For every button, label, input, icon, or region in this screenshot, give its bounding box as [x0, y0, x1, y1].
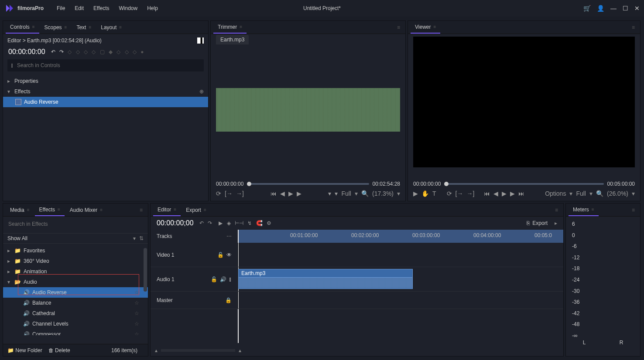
zoom-in-icon[interactable]: ▴: [239, 347, 241, 353]
play-icon[interactable]: ▶: [288, 190, 293, 197]
favorite-star-icon[interactable]: ☆: [134, 321, 139, 327]
viewer-scrubber[interactable]: [444, 183, 603, 185]
lock-icon[interactable]: 🔒: [225, 297, 232, 303]
eye-icon[interactable]: 👁: [226, 252, 232, 258]
zoom-out-icon[interactable]: ▴: [155, 347, 158, 353]
zoom-icon[interactable]: 🔍: [361, 190, 369, 197]
settings-icon[interactable]: ⚙: [267, 220, 271, 226]
out-icon[interactable]: →]: [466, 190, 474, 197]
menu-edit[interactable]: Edit: [75, 5, 84, 11]
tab-text[interactable]: Text≡: [72, 22, 96, 33]
select-tool-icon[interactable]: ▶: [413, 190, 418, 197]
controls-search[interactable]: ⫿: [7, 59, 204, 71]
tab-meters[interactable]: Meters≡: [569, 204, 599, 216]
menu-file[interactable]: File: [57, 5, 65, 11]
viewer-zoom-full[interactable]: Full: [576, 190, 586, 197]
user-icon[interactable]: 👤: [597, 5, 604, 12]
tab-scopes[interactable]: Scopes≡: [40, 22, 72, 33]
menu-window[interactable]: Window: [119, 5, 138, 11]
effect-channel-levels[interactable]: 🔊Channel Levels☆: [3, 319, 148, 329]
play-icon[interactable]: ▶: [502, 190, 507, 197]
viewer-canvas[interactable]: [413, 37, 635, 167]
solo-icon[interactable]: ⫿: [229, 276, 232, 282]
go-end-icon[interactable]: ⏭: [518, 190, 524, 197]
controls-search-input[interactable]: [17, 62, 200, 68]
step-fwd-icon[interactable]: ▶: [297, 190, 301, 197]
close-icon[interactable]: ✕: [634, 5, 640, 12]
favorite-star-icon[interactable]: ☆: [134, 331, 139, 335]
undo-icon[interactable]: ↶: [199, 220, 204, 226]
panel-menu-icon[interactable]: ≡: [629, 22, 637, 33]
track-video-1[interactable]: Video 1🔓👁: [151, 243, 563, 267]
kf-stop-icon[interactable]: ▢: [100, 49, 105, 55]
zoom-icon[interactable]: 🔍: [596, 190, 603, 197]
tracks-header[interactable]: Tracks⋯: [151, 230, 238, 243]
overwrite-icon[interactable]: ▾: [335, 190, 338, 197]
kf-prev-icon[interactable]: ◇: [68, 49, 72, 55]
go-start-icon[interactable]: ⏮: [484, 190, 490, 197]
slip-tool-icon[interactable]: ↯: [247, 220, 252, 226]
snap-tool-icon[interactable]: ⊢⊣: [235, 220, 243, 226]
effects-scrollbar[interactable]: [144, 248, 147, 292]
tab-editor[interactable]: Editor≡: [153, 204, 181, 216]
tab-layout[interactable]: Layout≡: [96, 22, 126, 33]
loop-icon[interactable]: ⟳: [216, 190, 221, 197]
effect-compressor[interactable]: 🔊Compressor☆: [3, 329, 148, 335]
viewer-options[interactable]: Options: [545, 190, 566, 197]
effect-balance[interactable]: 🔊Balance☆: [3, 298, 148, 308]
kf-icon5[interactable]: ◇: [125, 49, 129, 55]
favorite-star-icon[interactable]: ☆: [134, 310, 139, 316]
menu-help[interactable]: Help: [147, 5, 158, 11]
go-start-icon[interactable]: ⏮: [271, 190, 277, 197]
sort-icon[interactable]: ⇅: [139, 235, 144, 241]
tab-viewer[interactable]: Viewer≡: [411, 21, 440, 34]
trimmer-clip-tab[interactable]: Earth.mp3: [216, 35, 249, 44]
kf-icon3[interactable]: ◆: [109, 49, 113, 55]
timeline-clip-earth[interactable]: Earth.mp3: [238, 269, 413, 289]
folder-animation[interactable]: ▸📁Animation: [3, 266, 148, 277]
tree-effects[interactable]: ▾Effects⊕: [3, 86, 208, 97]
export-button[interactable]: ⎘Export▸: [527, 220, 557, 226]
editor-timecode[interactable]: 00:00:00;00: [157, 219, 194, 227]
hand-tool-icon[interactable]: ✋: [421, 190, 429, 197]
loop-icon[interactable]: ⟳: [447, 190, 452, 197]
step-fwd-icon[interactable]: ▶: [510, 190, 515, 197]
insert-icon[interactable]: ▾: [328, 190, 331, 197]
track-audio-1[interactable]: Audio 1🔓🔊⫿ Earth.mp3: [151, 267, 563, 292]
track-master[interactable]: Master🔒: [151, 292, 563, 309]
step-back-icon[interactable]: ◀: [493, 190, 498, 197]
kf-icon4[interactable]: ◇: [116, 49, 120, 55]
panel-menu-icon[interactable]: ≡: [552, 204, 561, 216]
tab-trimmer[interactable]: Trimmer≡: [213, 21, 247, 34]
magnet-icon[interactable]: 🧲: [256, 220, 263, 226]
menu-effects[interactable]: Effects: [93, 5, 109, 11]
folder-360-video[interactable]: ▸📁360° Video: [3, 256, 148, 266]
show-all-dropdown[interactable]: Show All ▾⇅: [3, 233, 148, 244]
lock-icon[interactable]: 🔓: [217, 252, 224, 258]
panel-menu-icon[interactable]: ≡: [394, 22, 403, 33]
effect-cathedral[interactable]: 🔊Cathedral☆: [3, 308, 148, 319]
slice-tool-icon[interactable]: ◈: [227, 220, 231, 226]
tab-effects[interactable]: Effects≡: [35, 204, 65, 216]
out-icon[interactable]: →]: [236, 190, 244, 197]
lock-icon[interactable]: 🔓: [211, 276, 217, 282]
kf-next-icon[interactable]: ◇: [84, 49, 88, 55]
kf-icon2[interactable]: ◇: [92, 49, 96, 55]
tree-effect-audio-reverse[interactable]: Audio Reverse: [3, 97, 208, 107]
panel-menu-icon[interactable]: ≡: [137, 204, 145, 216]
minimize-icon[interactable]: —: [610, 5, 617, 12]
effect-audio-reverse[interactable]: 🔊Audio Reverse☆: [3, 287, 148, 298]
timeline-ruler[interactable]: 00:01:00:00 00:02:00:00 00:03:00:00 00:0…: [238, 230, 563, 243]
panel-menu-icon[interactable]: ≡: [629, 204, 637, 216]
text-tool-icon[interactable]: T: [432, 190, 436, 197]
mute-icon[interactable]: 🔊: [220, 276, 226, 282]
redo-icon[interactable]: ↷: [208, 220, 212, 226]
redo-icon[interactable]: ↷: [59, 49, 64, 55]
folder-audio[interactable]: ▾📂Audio: [3, 277, 148, 287]
in-icon[interactable]: [→: [225, 190, 233, 197]
effects-search-input[interactable]: [7, 219, 144, 229]
kf-rec-icon[interactable]: ●: [140, 49, 144, 55]
favorite-star-icon[interactable]: ☆: [134, 300, 139, 306]
select-tool-icon[interactable]: ▶: [219, 220, 223, 226]
trimmer-waveform[interactable]: [216, 88, 400, 132]
